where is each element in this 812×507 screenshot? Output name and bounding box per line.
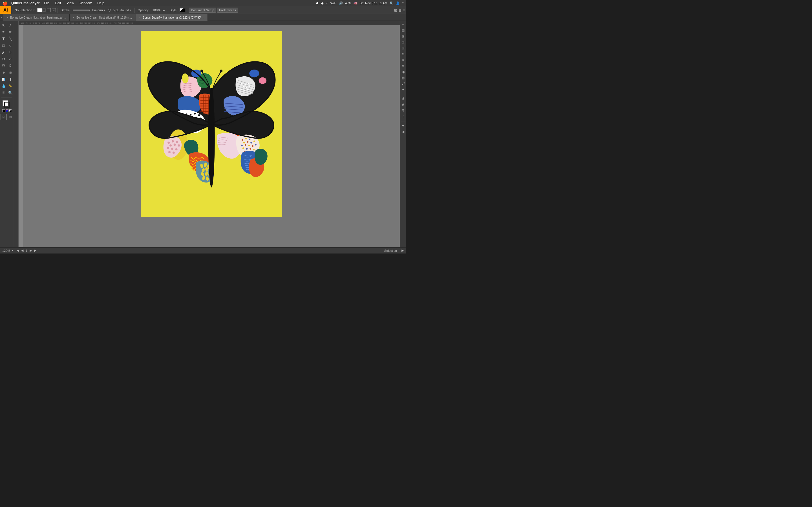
type-tool[interactable]: T [1, 36, 7, 42]
live-paint-tool[interactable]: ⊡ [7, 69, 13, 75]
selection-tool[interactable]: ↖ [1, 22, 7, 28]
zoom-tool[interactable]: 🔍 [7, 90, 13, 96]
rectangle-tool[interactable]: □ [1, 42, 7, 48]
canvas-area[interactable]: -108 -72 -36 0 36 72 108 144 180 216 252… [18, 21, 400, 247]
tab-2-close[interactable]: ✕ [72, 16, 75, 19]
scroll-down-icon[interactable]: ▼ [401, 123, 405, 128]
stroke-swatch[interactable] [4, 102, 10, 108]
artboard-tool[interactable]: ⊠ [7, 114, 13, 120]
menu-help[interactable]: Help [96, 1, 105, 5]
bluetooth-icon: ✦ [326, 1, 328, 5]
bar-chart-tool[interactable]: ▐ [7, 76, 13, 82]
color-boxes [3, 100, 11, 108]
svg-point-74 [252, 145, 253, 147]
menu-view[interactable]: View [66, 1, 75, 5]
free-transform-tool[interactable]: E [7, 62, 13, 69]
graph-tool[interactable]: 📊 [1, 76, 7, 82]
arrange-icon[interactable]: ⊞ [394, 8, 397, 12]
brush-dot [108, 9, 111, 11]
record-icon: ⏺ [316, 1, 319, 5]
type-icon[interactable]: A [401, 102, 405, 107]
align-panel-icon[interactable]: ⊟ [401, 46, 405, 51]
panel-separator-2 [401, 121, 405, 121]
color-guide-icon[interactable]: ◉ [401, 69, 405, 74]
page-next-end[interactable]: ▶| [34, 249, 37, 252]
zoom-value[interactable]: 122% [2, 249, 10, 252]
page-prev-start[interactable]: |◀ [16, 249, 19, 252]
shape-builder[interactable]: ⊕ [1, 69, 7, 75]
tab-2[interactable]: ✕ Bonus Ice Cream Illustration.ai* @ 121… [70, 14, 136, 21]
zoom-control[interactable]: 122% ▼ [2, 249, 13, 252]
zoom-dropdown-arrow[interactable]: ▼ [11, 249, 13, 252]
preferences-button[interactable]: Preferences [217, 8, 238, 13]
line-tool[interactable]: ╲ [7, 36, 13, 42]
tab-3-close[interactable]: ✕ [139, 16, 141, 19]
svg-point-45 [169, 145, 172, 147]
opentype-icon[interactable]: f [402, 114, 404, 119]
appearance-icon[interactable]: ◈ [401, 57, 405, 62]
mode-box2[interactable]: ▪ [52, 8, 56, 12]
transform-icon[interactable]: ⊡ [401, 40, 405, 45]
tab-1[interactable]: ✕ Bonus Ice Cream Illustration_beginning… [3, 14, 70, 21]
graphic-styles-icon[interactable]: ❖ [401, 63, 405, 68]
canvas-wrapper[interactable] [23, 25, 400, 247]
layers-icon[interactable]: ≡ [402, 22, 405, 27]
menu-icon[interactable]: ≡ [403, 8, 405, 12]
pencil-tool[interactable]: ✏ [7, 29, 13, 35]
menu-edit[interactable]: Edit [54, 1, 62, 5]
align-icon[interactable]: ⊟ [398, 8, 402, 12]
selection-dropdown[interactable]: No Selection ▼ [13, 8, 36, 12]
svg-point-71 [241, 145, 243, 147]
libraries-icon[interactable]: ⊞ [401, 34, 405, 39]
fill-color-box[interactable] [37, 8, 42, 12]
apple-menu[interactable]: 🍎 [2, 1, 8, 6]
none-swatch[interactable] [2, 109, 5, 112]
brush-size-dropdown[interactable]: 5 pt. Round ▼ [112, 8, 133, 12]
svg-point-5 [194, 113, 196, 115]
stroke-color-box[interactable] [42, 8, 46, 12]
pathfinder-icon[interactable]: ⊕ [401, 52, 405, 57]
opacity-arrow[interactable]: ▶ [163, 9, 165, 12]
expand-icon[interactable]: ◀ [401, 129, 405, 134]
brush-panel-icon[interactable]: 🖌 [401, 81, 405, 86]
separator1 [57, 8, 58, 13]
svg-point-38 [241, 89, 242, 90]
tab-1-close[interactable]: ✕ [6, 16, 8, 19]
measure-tool[interactable]: 📏 [7, 83, 13, 89]
tab-3[interactable]: ✕ Bonus Butterfly Illustration.ai @ 122%… [136, 14, 208, 21]
style-preview[interactable] [180, 8, 185, 12]
symbols-icon[interactable]: ✦ [401, 87, 405, 92]
list-icon[interactable]: ≡ [402, 1, 404, 5]
page-prev[interactable]: ◀ [21, 249, 23, 252]
properties-icon[interactable]: ▤ [401, 28, 405, 33]
stroke-style-dropdown[interactable]: Uniform ▼ [91, 8, 107, 12]
opacity-value[interactable]: 100% [151, 8, 161, 12]
gradient-tool[interactable]: ▒ [1, 90, 7, 96]
svg-point-30 [249, 69, 259, 77]
rotate-tool[interactable]: ↻ [1, 56, 7, 62]
menu-file[interactable]: File [43, 1, 51, 5]
document-setup-button[interactable]: Document Setup [189, 8, 216, 13]
gradient-swatch[interactable] [9, 109, 12, 112]
artboard-navigate[interactable]: ▶ [402, 249, 404, 252]
mode-box[interactable] [47, 8, 51, 12]
paragraph-icon[interactable]: ¶ [402, 108, 404, 113]
page-next[interactable]: ▶ [30, 249, 32, 252]
menu-window[interactable]: Window [79, 1, 93, 5]
swatches-icon[interactable]: ▦ [401, 75, 405, 80]
warp-tool[interactable]: W [1, 62, 7, 69]
svg-point-43 [172, 140, 174, 143]
search-icon[interactable]: 🔍 [390, 1, 394, 5]
eyedropper-tool[interactable]: 💧 [1, 83, 7, 89]
svg-point-35 [243, 86, 244, 87]
color-swatch[interactable] [6, 109, 8, 112]
ellipse-tool[interactable]: ○ [7, 42, 13, 48]
font-icon[interactable]: A [401, 96, 405, 101]
draw-mode[interactable]: □ [1, 114, 7, 120]
tab-scroll-left[interactable]: ‹ [1, 16, 3, 19]
scale-tool[interactable]: ⤢ [7, 56, 13, 62]
blob-brush-tool[interactable]: B [7, 49, 13, 55]
brush-tool[interactable]: 🖌 [1, 49, 7, 55]
pen-tool[interactable]: ✒ [1, 29, 7, 35]
direct-selection-tool[interactable]: ↗ [7, 22, 13, 28]
